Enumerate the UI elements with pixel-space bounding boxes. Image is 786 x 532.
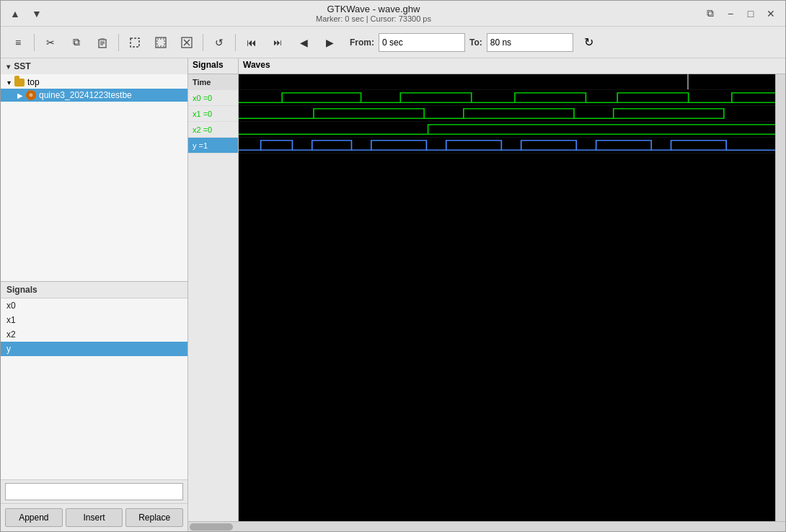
window-title: GTKWave - wave.ghw xyxy=(45,4,702,14)
svg-rect-7 xyxy=(157,39,164,46)
toolbar-sep-1 xyxy=(34,34,35,51)
titlebar: ▲ ▼ GTKWave - wave.ghw Marker: 0 sec | C… xyxy=(1,1,785,27)
svg-rect-39 xyxy=(521,141,577,150)
toolbar-sep-2 xyxy=(118,34,119,51)
signals-section: Signals x0x1x2y 🔍 AppendInsertReplace xyxy=(1,282,187,531)
signal-list-item-x2[interactable]: x2 xyxy=(1,327,187,342)
down-arrow-btn[interactable]: ▼ xyxy=(28,5,45,22)
signal-list-item-y[interactable]: y xyxy=(1,342,187,356)
signal-labels: Timex0 =0x1 =0x2 =0y =1 xyxy=(188,74,239,521)
waves-header-row: Signals Waves xyxy=(188,58,785,74)
first-btn[interactable]: ⏮ xyxy=(240,31,263,54)
svg-rect-21 xyxy=(732,93,775,102)
svg-rect-35 xyxy=(371,141,427,150)
to-input[interactable] xyxy=(487,33,573,52)
sst-section: ▾ SST ▾ top ▶ xyxy=(1,58,187,282)
zoom-sel-icon xyxy=(181,37,193,48)
select-btn[interactable] xyxy=(123,31,146,54)
sst-collapse-icon[interactable]: ▾ xyxy=(6,63,10,71)
signal-label-x1[interactable]: x1 =0 xyxy=(188,106,238,122)
signal-list-item-x1[interactable]: x1 xyxy=(1,313,187,327)
bottom-btn-append[interactable]: Append xyxy=(5,508,63,527)
svg-rect-5 xyxy=(131,38,139,47)
from-input[interactable] xyxy=(379,33,465,52)
svg-rect-27 xyxy=(614,109,724,118)
module-icon: ⊕ xyxy=(25,90,37,100)
next-btn[interactable]: ▶ xyxy=(318,31,341,54)
sst-tree: ▾ top ▶ ⊕ quine3_20241223testbe xyxy=(1,74,187,281)
svg-rect-23 xyxy=(314,109,424,118)
search-input[interactable] xyxy=(5,483,183,500)
svg-rect-1 xyxy=(100,38,105,40)
titlebar-center: GTKWave - wave.ghw Marker: 0 sec | Curso… xyxy=(45,4,702,23)
waves-signals-col-header: Signals xyxy=(188,58,239,74)
copy-btn[interactable]: ⧉ xyxy=(65,31,88,54)
close-btn[interactable]: ✕ xyxy=(762,5,780,22)
zoom-sel-btn[interactable] xyxy=(175,31,198,54)
svg-rect-19 xyxy=(617,93,688,102)
signal-label-x2[interactable]: x2 =0 xyxy=(188,122,238,138)
paste-icon xyxy=(97,37,108,48)
svg-rect-41 xyxy=(596,141,652,150)
zoom-fit-icon xyxy=(155,37,167,48)
wave-row-x2 xyxy=(239,122,775,138)
vertical-scrollbar[interactable] xyxy=(775,74,785,521)
bottom-btn-replace[interactable]: Replace xyxy=(125,508,183,527)
sst-header: ▾ SST xyxy=(1,58,187,74)
titlebar-left: ▲ ▼ xyxy=(6,5,45,22)
right-panel: Signals Waves Timex0 =0x1 =0x2 =0y =1 xyxy=(188,58,785,531)
main-window: ▲ ▼ GTKWave - wave.ghw Marker: 0 sec | C… xyxy=(0,0,786,532)
restore-btn[interactable]: ⧉ xyxy=(702,5,719,22)
bottom-buttons: AppendInsertReplace xyxy=(1,503,187,531)
svg-rect-17 xyxy=(515,93,586,102)
maximize-btn[interactable]: □ xyxy=(742,5,759,22)
bottom-btn-insert[interactable]: Insert xyxy=(66,508,123,527)
svg-rect-37 xyxy=(446,141,502,150)
window-subtitle: Marker: 0 sec | Cursor: 73300 ps xyxy=(45,14,702,23)
titlebar-right: ⧉ − □ ✕ xyxy=(702,5,780,22)
toolbar-sep-3 xyxy=(203,34,203,51)
svg-rect-13 xyxy=(282,93,361,102)
from-to-area: From: To: xyxy=(350,33,573,52)
signal-label-x0[interactable]: x0 =0 xyxy=(188,90,238,106)
tree-item-quine[interactable]: ▶ ⊕ quine3_20241223testbe xyxy=(1,89,187,102)
fast-forward-btn[interactable]: ⏭ xyxy=(266,31,289,54)
svg-rect-31 xyxy=(261,141,293,150)
minimize-btn[interactable]: − xyxy=(722,5,739,22)
signal-label-y[interactable]: y =1 xyxy=(188,138,238,154)
toolbar-sep-4 xyxy=(235,34,236,51)
waveform-canvas xyxy=(239,74,775,521)
horizontal-scrollbar[interactable] xyxy=(188,521,785,531)
zoom-fit-btn[interactable] xyxy=(149,31,172,54)
signals-header: Signals xyxy=(1,282,187,298)
undo-btn[interactable]: ↺ xyxy=(208,31,231,54)
cut-btn[interactable]: ✂ xyxy=(39,31,62,54)
tree-item-top[interactable]: ▾ top xyxy=(1,76,187,89)
tree-expand-icon: ▾ xyxy=(4,79,14,87)
waves-waves-col-header: Waves xyxy=(239,58,785,74)
menu-btn[interactable]: ≡ xyxy=(6,31,30,54)
svg-rect-25 xyxy=(464,109,574,118)
wave-row-x1 xyxy=(239,106,775,122)
tree-item-quine-label: quine3_20241223testbe xyxy=(39,90,132,100)
waveform-area[interactable] xyxy=(239,74,775,521)
main-content: ▾ SST ▾ top ▶ xyxy=(1,58,785,531)
to-label: To: xyxy=(469,37,482,48)
up-arrow-btn[interactable]: ▲ xyxy=(6,5,24,22)
paste-btn[interactable] xyxy=(91,31,114,54)
signal-label-time[interactable]: Time xyxy=(188,74,238,90)
signals-list: x0x1x2y xyxy=(1,298,187,479)
scrollbar-thumb-h[interactable] xyxy=(190,523,233,531)
tree-item-top-label: top xyxy=(27,77,40,87)
svg-rect-15 xyxy=(400,93,471,102)
prev-btn[interactable]: ◀ xyxy=(292,31,315,54)
wave-row-y xyxy=(239,138,775,154)
search-area: 🔍 xyxy=(1,479,187,503)
svg-rect-33 xyxy=(312,141,352,150)
search-wrap: 🔍 xyxy=(5,483,183,500)
signal-list-item-x0[interactable]: x0 xyxy=(1,298,187,313)
reload-btn[interactable]: ↻ xyxy=(579,32,599,53)
svg-rect-43 xyxy=(671,141,727,150)
svg-rect-29 xyxy=(428,125,775,134)
folder-icon xyxy=(14,77,25,87)
